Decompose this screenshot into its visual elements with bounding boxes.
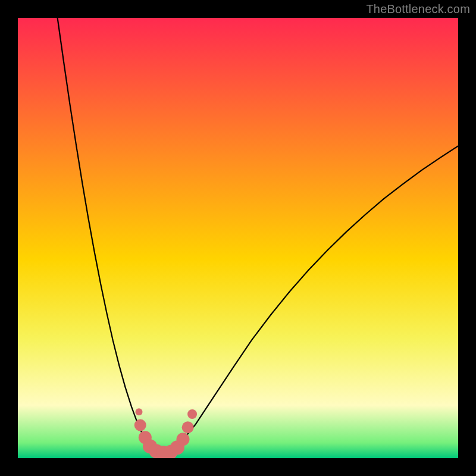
watermark-text: TheBottleneck.com [366, 2, 470, 16]
valley-marker [182, 421, 194, 433]
gradient-background [18, 18, 458, 458]
chart-svg [18, 18, 458, 458]
chart-frame: TheBottleneck.com [0, 0, 476, 476]
valley-marker [177, 433, 190, 446]
valley-marker [187, 409, 197, 419]
plot-area [18, 18, 458, 458]
valley-marker [136, 408, 143, 415]
valley-marker [134, 419, 146, 431]
